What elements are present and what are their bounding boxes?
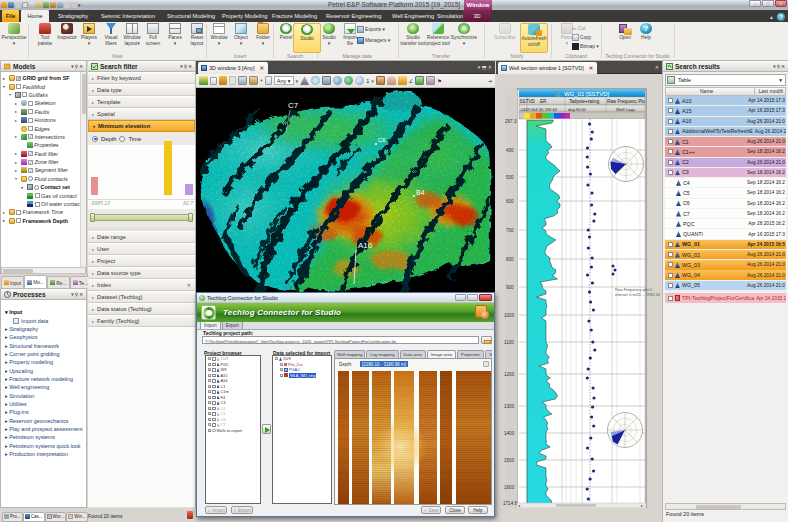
svg-text:◂: ◂ (518, 503, 520, 508)
svg-text:Tadpole+rating: Tadpole+rating (569, 99, 600, 104)
svg-text:1100: 1100 (504, 340, 514, 345)
svg-text:A10: A10 (358, 241, 373, 250)
svg-text:deg 90.00: deg 90.00 (568, 107, 587, 112)
svg-text:C6: C6 (378, 137, 386, 143)
svg-text:Well Logs: Well Logs (616, 107, 636, 112)
svg-text:1300: 1300 (504, 404, 515, 409)
svg-text:400: 400 (506, 148, 514, 153)
svg-text:800: 800 (506, 257, 514, 262)
svg-text:297.3: 297.3 (505, 119, 517, 124)
svg-text:500: 500 (506, 175, 514, 180)
svg-text:900: 900 (506, 285, 514, 290)
svg-text:1500: 1500 (504, 458, 515, 463)
svg-text:1200: 1200 (504, 372, 515, 377)
svg-text:C7: C7 (288, 101, 299, 110)
svg-text:B4: B4 (416, 189, 425, 196)
svg-text:Raw Frequency plot 2: Raw Frequency plot 2 (615, 288, 652, 292)
svg-text:1600: 1600 (504, 485, 515, 490)
svg-text:⚓ WG_01 [SSTVD]: ⚓ WG_01 [SSTVD] (555, 90, 610, 98)
svg-text:1000: 1000 (504, 313, 515, 318)
svg-text:1400: 1400 (504, 431, 515, 436)
svg-text:700: 700 (506, 228, 514, 233)
svg-text:ER: ER (540, 99, 547, 104)
svg-text:-1449:164 (ft) 139.64: -1449:164 (ft) 139.64 (520, 107, 558, 112)
svg-text:▸: ▸ (641, 503, 643, 508)
svg-text:1714.8: 1714.8 (503, 501, 517, 506)
svg-text:interval: 0 m/20 ... 2982.16: interval: 0 m/20 ... 2982.16 (615, 293, 660, 297)
svg-text:Raw Frequenc Plo: Raw Frequenc Plo (607, 99, 645, 104)
svg-text:SSTVD: SSTVD (520, 99, 536, 104)
svg-text:600: 600 (506, 199, 514, 204)
